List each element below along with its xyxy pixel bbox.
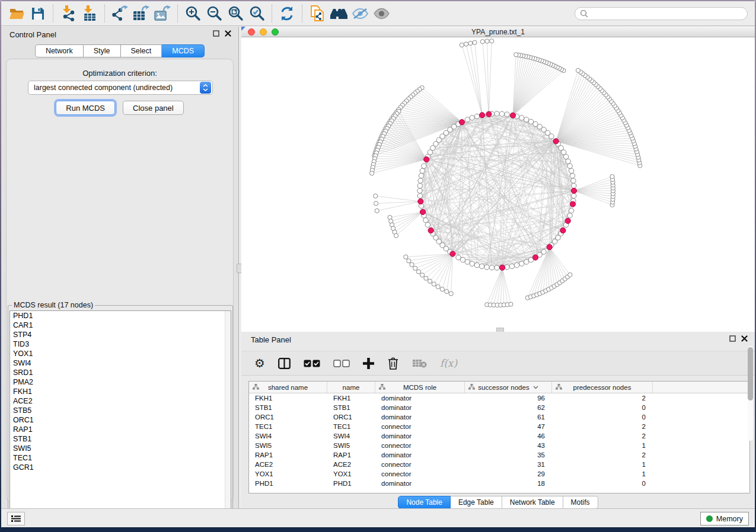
network-node[interactable]	[514, 262, 519, 267]
network-node[interactable]	[519, 116, 524, 120]
table-row[interactable]: TEC1TEC1connector472	[249, 422, 749, 431]
network-node[interactable]	[509, 302, 513, 306]
function-builder-button[interactable]: f(x)	[440, 357, 457, 369]
mcds-result-item[interactable]: CAR1	[10, 321, 231, 330]
network-node[interactable]	[509, 264, 514, 268]
network-node[interactable]	[569, 208, 573, 213]
network-node[interactable]	[404, 255, 408, 259]
mcds-result-item[interactable]: TEC1	[10, 453, 231, 463]
optimization-select[interactable]: largest connected component (undirected)	[28, 81, 213, 95]
mcds-result-item[interactable]: STB5	[10, 406, 231, 415]
mcds-hub-node[interactable]	[450, 251, 455, 257]
export-image-button[interactable]	[152, 4, 173, 23]
tab-network-table[interactable]: Network Table	[502, 496, 563, 509]
network-node[interactable]	[425, 222, 430, 227]
task-history-button[interactable]	[7, 512, 25, 525]
zoom-in-button[interactable]	[182, 4, 203, 23]
network-graph[interactable]	[241, 37, 755, 332]
network-node[interactable]	[424, 276, 428, 280]
network-node[interactable]	[410, 262, 414, 267]
network-node[interactable]	[484, 265, 489, 270]
delete-column-button[interactable]	[387, 357, 399, 370]
copy-network-button[interactable]	[307, 4, 328, 23]
float-panel-icon[interactable]	[213, 30, 219, 37]
network-node[interactable]	[417, 183, 422, 188]
mcds-result-item[interactable]: SWI5	[10, 444, 231, 453]
table-row[interactable]: YOX1YOX1connector291	[249, 469, 749, 479]
network-node[interactable]	[394, 233, 398, 238]
deselect-all-button[interactable]	[333, 360, 350, 367]
network-node[interactable]	[432, 282, 436, 286]
network-node[interactable]	[541, 249, 546, 254]
list-scrollbar[interactable]	[225, 311, 231, 518]
network-node[interactable]	[470, 116, 474, 120]
network-node[interactable]	[495, 111, 499, 116]
mcds-hub-node[interactable]	[571, 188, 576, 193]
table-row[interactable]: FKH1FKH1dominator962	[249, 393, 749, 403]
network-node[interactable]	[460, 43, 464, 47]
network-node[interactable]	[464, 42, 468, 46]
network-node[interactable]	[528, 119, 533, 124]
network-node[interactable]	[417, 193, 422, 198]
column-header-name[interactable]: name	[327, 382, 375, 393]
network-node[interactable]	[420, 273, 425, 277]
network-node[interactable]	[423, 218, 428, 223]
mcds-result-item[interactable]: ACE2	[10, 396, 231, 406]
mcds-result-item[interactable]: PHD1	[10, 311, 231, 321]
tab-edge-table[interactable]: Edge Table	[451, 496, 502, 509]
network-node[interactable]	[480, 40, 484, 44]
mcds-hub-node[interactable]	[418, 199, 423, 204]
network-node[interactable]	[460, 257, 465, 262]
network-node[interactable]	[569, 168, 573, 173]
mcds-hub-node[interactable]	[553, 139, 559, 144]
mcds-result-item[interactable]: FKH1	[10, 387, 231, 396]
select-all-button[interactable]	[304, 360, 320, 367]
network-node[interactable]	[572, 183, 576, 188]
network-node[interactable]	[417, 188, 422, 193]
mcds-hub-node[interactable]	[420, 209, 425, 214]
network-node[interactable]	[418, 178, 423, 183]
network-node[interactable]	[610, 175, 614, 179]
network-node[interactable]	[505, 112, 509, 117]
table-row[interactable]: ORC1ORC1dominator610	[249, 412, 749, 422]
network-node[interactable]	[428, 279, 432, 283]
refresh-button[interactable]	[276, 4, 298, 23]
mcds-result-item[interactable]: STB1	[10, 434, 231, 444]
network-node[interactable]	[419, 173, 423, 178]
table-row[interactable]: STB1STB1dominator620	[249, 403, 749, 412]
network-node[interactable]	[374, 201, 378, 206]
mcds-result-list[interactable]: PHD1CAR1STP4TID3YOX1SWI4SRD1PMA2FKH1ACE2…	[9, 310, 231, 519]
table-scrollbar-thumb[interactable]	[748, 347, 753, 400]
table-row[interactable]: PHD1PHD1dominator180	[249, 479, 749, 488]
network-node[interactable]	[490, 39, 494, 43]
close-panel-icon[interactable]	[225, 30, 231, 37]
network-node[interactable]	[524, 117, 529, 122]
table-scrollbar[interactable]	[748, 346, 753, 441]
search-input[interactable]	[592, 9, 742, 18]
network-node[interactable]	[567, 164, 572, 168]
memory-button[interactable]: Memory	[700, 512, 749, 525]
network-node[interactable]	[465, 117, 470, 122]
mcds-hub-node[interactable]	[547, 245, 552, 250]
network-node[interactable]	[567, 213, 572, 218]
zoom-selected-button[interactable]	[246, 4, 267, 23]
table-row[interactable]: RAP1RAP1dominator352	[249, 450, 749, 460]
float-table-panel-icon[interactable]	[729, 335, 736, 342]
column-header-MCDS-role[interactable]: MCDS role	[375, 382, 465, 393]
column-header-predecessor-nodes[interactable]: predecessor nodes	[552, 382, 653, 393]
run-mcds-button[interactable]: Run MCDS	[56, 101, 115, 115]
mcds-hub-node[interactable]	[459, 120, 464, 125]
network-node[interactable]	[524, 259, 529, 264]
save-session-button[interactable]	[27, 4, 49, 23]
network-node[interactable]	[375, 209, 379, 213]
mcds-hub-node[interactable]	[510, 113, 515, 118]
close-panel-button[interactable]: Close panel	[123, 101, 184, 115]
table-row[interactable]: SWI5SWI5connector431	[249, 441, 749, 450]
network-node[interactable]	[413, 266, 417, 270]
mcds-result-item[interactable]: YOX1	[10, 349, 231, 358]
network-node[interactable]	[571, 178, 576, 183]
column-header-shared-name[interactable]: shared name	[249, 382, 327, 393]
network-node[interactable]	[436, 284, 440, 289]
export-network-button[interactable]	[109, 4, 130, 23]
network-node[interactable]	[566, 159, 570, 164]
